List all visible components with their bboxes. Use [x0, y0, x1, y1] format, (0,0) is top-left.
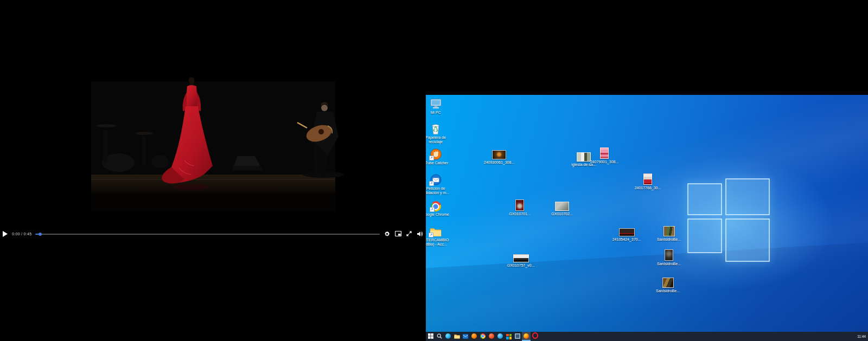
desktop-icon-sanisidrobe[interactable]: SanIsidroBe... — [651, 224, 687, 242]
desktop-icon-24105424-370[interactable]: 24105424_370... — [609, 224, 644, 242]
seek-rail — [35, 234, 380, 235]
gx010701-icon — [515, 199, 524, 211]
taskbar-chrome-button[interactable] — [478, 332, 487, 341]
taskbar-clock[interactable]: 11:44 — [857, 334, 866, 339]
desktop-icon-sanisidrobe[interactable]: SanIsidroBe... — [650, 276, 686, 293]
skype-icon — [497, 332, 503, 340]
speaker-icon — [417, 231, 423, 237]
desktop-icon-240930061-308[interactable]: 240930061_308... — [481, 147, 517, 165]
desktop-icon-petici-n-de-validaci-n-y-m[interactable]: ↗Petición de validación y m... — [426, 173, 454, 195]
gear-icon — [384, 231, 390, 237]
desktop-icon-label: Google Chrome — [426, 213, 449, 217]
shortcut-arrow-icon: ↗ — [429, 156, 434, 160]
opera-icon — [532, 332, 538, 340]
desktop-icon-24079001-308[interactable]: 24079001_308... — [586, 147, 622, 164]
shortcut-arrow-icon: ↗ — [429, 181, 434, 186]
store-icon — [506, 334, 512, 339]
search-icon — [437, 332, 442, 340]
shortcut-arrow-icon: ↗ — [429, 233, 433, 237]
desktop-icon-label: Papelera de reciclaje — [426, 136, 451, 144]
picture-in-picture-icon — [395, 231, 401, 236]
desktop-icon-24017766-30[interactable]: 24017766_30... — [630, 173, 666, 190]
fullscreen-button[interactable] — [405, 230, 412, 237]
desktop-icon-label: 240930061_308... — [484, 160, 514, 165]
mi-pc-icon — [430, 98, 442, 110]
taskbar: 11:44 — [426, 332, 868, 341]
atube-catcher-icon: ↗ — [430, 148, 442, 160]
taskbar-mail-button[interactable] — [461, 332, 470, 341]
windows-desktop[interactable]: Mi PCPapelera de reciclaje↗aTube Catcher… — [426, 95, 868, 341]
24017766-30-icon — [643, 173, 652, 185]
sanisidrobe-icon — [662, 276, 674, 288]
desktop-icon-sanisidrobe[interactable]: SanIsidroBe... — [651, 249, 687, 266]
240930061-308-icon — [492, 147, 506, 159]
desktop-icon-mi-pc[interactable]: Mi PC — [426, 98, 454, 115]
pip-button[interactable] — [394, 230, 401, 237]
desktop-icon-label: 24079001_308... — [590, 160, 619, 164]
gx010702-icon — [555, 199, 569, 211]
play-button[interactable] — [3, 230, 8, 237]
taskbar-items — [426, 332, 539, 341]
taskbar-atube-catcher-button[interactable] — [470, 332, 478, 341]
fullscreen-icon — [406, 231, 412, 236]
petici-n-de-validaci-n-y-m-icon: ↗ — [430, 173, 442, 185]
desktop-icon-papelera-de-reciclaje[interactable]: Papelera de reciclaje — [426, 123, 454, 144]
taskbar-store-button[interactable] — [505, 332, 513, 341]
start-icon — [428, 332, 433, 340]
desktop-icon-label: GX010702... — [551, 212, 572, 216]
desktop-icon-gx010702[interactable]: GX010702... — [544, 199, 580, 216]
desktop-icon-label: Petición de validación y m... — [426, 186, 451, 195]
desktop-icon-label: 24105424_370... — [612, 237, 641, 242]
desktop-icon-gx010757-v0[interactable]: GX010757_v0... — [503, 250, 539, 268]
taskbar-opera-button[interactable] — [531, 332, 539, 341]
shortcut-arrow-icon: ↗ — [430, 207, 435, 212]
sanisidrobe-icon — [665, 249, 673, 261]
desktop-icon-label: GX010701... — [509, 212, 530, 216]
desktop-icon-label: SanIsidroBe... — [656, 289, 680, 293]
desktop-icon-label: SanIsidroBe... — [657, 262, 681, 266]
file-explorer-icon — [454, 332, 460, 340]
play-icon — [3, 231, 8, 237]
screen: 0:00 / 0:45 — [0, 0, 868, 341]
taskbar-edge-button[interactable] — [444, 332, 452, 341]
video-player[interactable]: 0:00 / 0:45 — [0, 0, 426, 341]
app-blue-square-icon — [515, 332, 520, 340]
desktop-icon-google-chrome[interactable]: ↗Google Chrome — [426, 200, 454, 217]
taskbar-file-explorer-button[interactable] — [452, 332, 461, 341]
video-controls: 0:00 / 0:45 — [0, 229, 426, 239]
app-orange-icon — [489, 332, 494, 340]
edge-icon — [445, 332, 451, 340]
intercambio-d8ia-acc-icon: ↗ — [430, 225, 442, 237]
taskbar-skype-button[interactable] — [496, 332, 505, 341]
taskbar-app-blue-square-button[interactable] — [513, 332, 522, 341]
desktop-icon-atube-catcher[interactable]: ↗aTube Catcher — [426, 148, 454, 165]
desktop-icon-intercambio-d8ia-acc[interactable]: ↗INTERCAMBIO (d8ia) - Acc... — [426, 225, 454, 247]
desktop-icon-gx010701[interactable]: GX010701... — [502, 199, 538, 216]
system-tray: 11:44 — [857, 332, 868, 341]
volume-button[interactable] — [416, 230, 423, 237]
google-chrome-icon: ↗ — [431, 200, 441, 211]
taskbar-search-button[interactable] — [435, 332, 444, 341]
desktop-icon-label: SanIsidroBe... — [657, 237, 681, 242]
settings-button[interactable] — [384, 230, 391, 237]
firefox-icon — [524, 332, 529, 340]
mail-icon — [463, 332, 468, 340]
taskbar-app-orange-button[interactable] — [487, 332, 496, 341]
desktop-icon-label: Mi PC — [430, 111, 441, 115]
taskbar-firefox-button[interactable] — [522, 332, 531, 341]
chrome-icon — [480, 332, 486, 340]
taskbar-start-button[interactable] — [426, 332, 435, 341]
papelera-de-reciclaje-icon — [431, 123, 441, 134]
desktop-icon-label: aTube Catcher — [426, 161, 448, 165]
sanisidrobe-icon — [663, 224, 675, 236]
time-display: 0:00 / 0:45 — [12, 232, 31, 236]
seek-bar[interactable] — [35, 231, 380, 236]
desktop-icon-label: 24017766_30... — [635, 186, 661, 190]
24079001-308-icon — [600, 147, 609, 159]
desktop-icon-label: INTERCAMBIO (d8ia) - Acc... — [426, 238, 451, 247]
gx010757-v0-icon — [513, 250, 529, 262]
video-frame — [0, 0, 426, 341]
seek-thumb[interactable] — [39, 233, 42, 236]
desktop-icon-label: GX010757_v0... — [507, 263, 535, 268]
24105424-370-icon — [619, 224, 635, 236]
